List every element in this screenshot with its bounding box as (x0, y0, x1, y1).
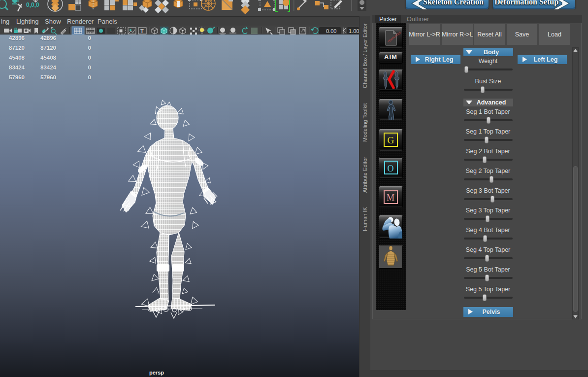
svg-text:O: O (388, 164, 394, 173)
svg-text:0,0,0: 0,0,0 (26, 1, 39, 8)
svg-text:M: M (387, 193, 394, 203)
svg-text:G: G (388, 135, 394, 145)
svg-text:T: T (140, 28, 144, 34)
svg-text:0.00: 0.00 (326, 28, 336, 34)
svg-text:1.00: 1.00 (349, 28, 359, 34)
